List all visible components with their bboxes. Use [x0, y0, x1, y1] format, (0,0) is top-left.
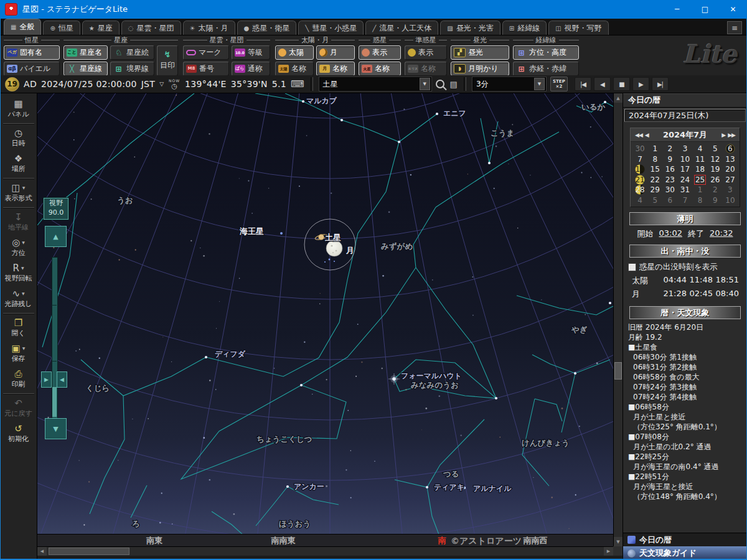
sidebar-item-印刷[interactable]: ⎙印刷	[1, 366, 36, 392]
skip-end-button[interactable]: ▶|	[652, 77, 669, 91]
ribbon-button-通称[interactable]: ばら通称	[232, 62, 270, 76]
calendar-day-15[interactable]: 15	[647, 164, 662, 175]
calendar-day-25[interactable]: 25	[693, 175, 708, 185]
scroll-right-button[interactable]: ▶	[604, 547, 613, 556]
calendar-day-8[interactable]: 8	[693, 195, 708, 206]
ribbon-button-表示[interactable]: 表示	[359, 45, 401, 60]
calendar-day-5[interactable]: 5	[708, 144, 723, 154]
calendar-day-14[interactable]: 14	[632, 164, 647, 175]
calendar-day-4[interactable]: 4	[632, 195, 647, 206]
ribbon-button-固有名[interactable]: ペガ固有名	[4, 45, 60, 60]
tab-恒星[interactable]: ⊕恒星	[43, 21, 80, 35]
ribbon-button-星座絵[interactable]: ♘星座絵	[110, 45, 154, 60]
time-step-combobox[interactable]: 3分 ▼	[472, 77, 546, 91]
close-button[interactable]: ✕	[719, 0, 747, 19]
sidebar-item-初期化[interactable]: ↺初期化	[1, 421, 36, 447]
zoom-in-button[interactable]: ▲	[45, 226, 67, 247]
stop-button[interactable]: ■	[613, 77, 630, 91]
twilight-end-time[interactable]: 20:32	[710, 228, 733, 240]
target-value[interactable]: 土星	[320, 79, 420, 90]
ribbon-button-赤経・赤緯[interactable]: ⊞赤経・赤緯	[513, 62, 579, 76]
calendar-day-16[interactable]: 16	[662, 164, 677, 175]
zoom-out-button[interactable]: ▼	[45, 418, 67, 439]
menu-hamburger-button[interactable]: ≡	[727, 21, 742, 34]
step-back-button[interactable]: ◀	[594, 77, 611, 91]
calendar-day-6[interactable]: 6	[662, 195, 677, 206]
tab-流星・人工天体[interactable]: ╱流星・人工天体	[365, 21, 438, 35]
calendar-day-18[interactable]: 18	[693, 164, 708, 175]
ribbon-button-名称[interactable]: 火星名称	[359, 62, 401, 76]
tab-惑星・衛星[interactable]: ●惑星・衛星	[237, 21, 297, 35]
tab-today-calendar[interactable]: 今日の暦	[623, 533, 747, 546]
calendar-day-3[interactable]: 3	[723, 185, 738, 195]
next-year-button[interactable]: ▶▶	[726, 132, 736, 138]
maximize-button[interactable]: □	[691, 0, 719, 19]
ribbon-button-月明かり[interactable]: ◗月明かり	[451, 62, 509, 76]
now-clock-icon[interactable]: NOW ◷	[168, 79, 181, 90]
keyboard-icon[interactable]: ⌨	[291, 78, 304, 90]
ribbon-button-番号[interactable]: M8番号	[183, 62, 229, 76]
calendar-day-1[interactable]: 1	[693, 185, 708, 195]
sidebar-item-パネル[interactable]: ▦パネル	[1, 96, 36, 122]
calendar-day-2[interactable]: 2	[708, 185, 723, 195]
horizontal-scroll-thumb[interactable]	[49, 548, 129, 555]
ribbon-button-星座線[interactable]: ╳星座線	[63, 62, 108, 76]
ribbon-button-名称[interactable]: 月名称	[316, 62, 355, 76]
timezone-label[interactable]: JST	[141, 79, 155, 89]
sidebar-item-開く[interactable]: ❐開く	[1, 315, 36, 341]
ribbon-button-昼光[interactable]: ▞昼光	[451, 45, 509, 60]
calendar-day-1[interactable]: 1	[647, 144, 662, 154]
calendar-day-9[interactable]: 9	[708, 195, 723, 206]
calendar-day-11[interactable]: 11	[693, 154, 708, 165]
prev-month-button[interactable]: ◀	[644, 132, 650, 138]
tab-星雲・星団[interactable]: ◌星雲・星団	[121, 21, 181, 35]
ribbon-button-表示[interactable]: 表示	[405, 45, 447, 60]
fov-slider-handle[interactable]: ▶ ◀	[41, 371, 67, 388]
sidebar-item-日時[interactable]: ◷日時	[1, 126, 36, 151]
scroll-down-button[interactable]: ▼	[614, 537, 622, 546]
ribbon-button-目印[interactable]: ↯目印	[157, 45, 178, 76]
calendar-day-7[interactable]: 7	[677, 195, 692, 206]
search-icon[interactable]	[436, 80, 444, 88]
ribbon-button-バイエル[interactable]: αβバイエル	[4, 62, 60, 76]
ribbon-button-星座名[interactable]: こと星座名	[63, 45, 108, 60]
timezone-dropdown-icon[interactable]: ▽	[159, 81, 164, 87]
calendar-day-17[interactable]: 17	[677, 164, 692, 175]
time-step-value[interactable]: 3分	[473, 79, 534, 90]
tab-彗星・小惑星[interactable]: ╲彗星・小惑星	[298, 21, 364, 35]
play-button[interactable]: ▶	[632, 77, 649, 91]
calendar-day-30[interactable]: 30	[632, 144, 647, 154]
calendar-day-21[interactable]: 21	[632, 175, 647, 185]
sidebar-item-方位[interactable]: ◎▼方位	[1, 235, 36, 261]
calendar-day-27[interactable]: 27	[723, 175, 738, 185]
sidebar-item-視野回転[interactable]: R▼視野回転	[1, 261, 36, 286]
calendar-day-6[interactable]: 6	[723, 144, 738, 154]
minimize-button[interactable]: ─	[663, 0, 691, 19]
tab-経緯線[interactable]: ⊞経緯線	[502, 21, 547, 35]
calendar-day-19[interactable]: 19	[708, 164, 723, 175]
moon-age-badge[interactable]: 19	[5, 77, 19, 91]
chart-horizontal-scrollbar[interactable]: ◀ ▶	[37, 546, 613, 556]
scroll-up-button[interactable]: ▲	[614, 93, 622, 103]
sidebar-item-保存[interactable]: ▣▼保存	[1, 341, 36, 366]
calendar-day-10[interactable]: 10	[723, 195, 738, 206]
calendar-day-8[interactable]: 8	[647, 154, 662, 165]
calendar-day-13[interactable]: 13	[723, 154, 738, 165]
ribbon-button-マーク[interactable]: マーク	[183, 45, 229, 60]
calendar-day-12[interactable]: 12	[708, 154, 723, 165]
calendar-day-23[interactable]: 23	[662, 175, 677, 185]
calendar-day-9[interactable]: 9	[662, 154, 677, 165]
next-month-button[interactable]: ▶	[720, 132, 726, 138]
tab-astronomical-guide[interactable]: 天文現象ガイド	[623, 546, 747, 560]
calendar-day-7[interactable]: 7	[632, 154, 647, 165]
time-step-dropdown-button[interactable]: ▼	[534, 78, 545, 90]
chart-vertical-scrollbar[interactable]: ▲ ▼	[613, 93, 622, 546]
calendar-day-3[interactable]: 3	[677, 144, 692, 154]
sidebar-item-表示形式[interactable]: ◫▼表示形式	[1, 180, 36, 206]
sidebar-item-場所[interactable]: ❖場所	[1, 151, 36, 177]
calendar-day-22[interactable]: 22	[647, 175, 662, 185]
calendar-day-28[interactable]: 28	[632, 185, 647, 195]
ribbon-button-太陽[interactable]: 太陽	[275, 45, 314, 60]
skip-start-button[interactable]: |◀	[575, 77, 591, 91]
ribbon-button-名称[interactable]: 太陽名称	[275, 62, 314, 76]
